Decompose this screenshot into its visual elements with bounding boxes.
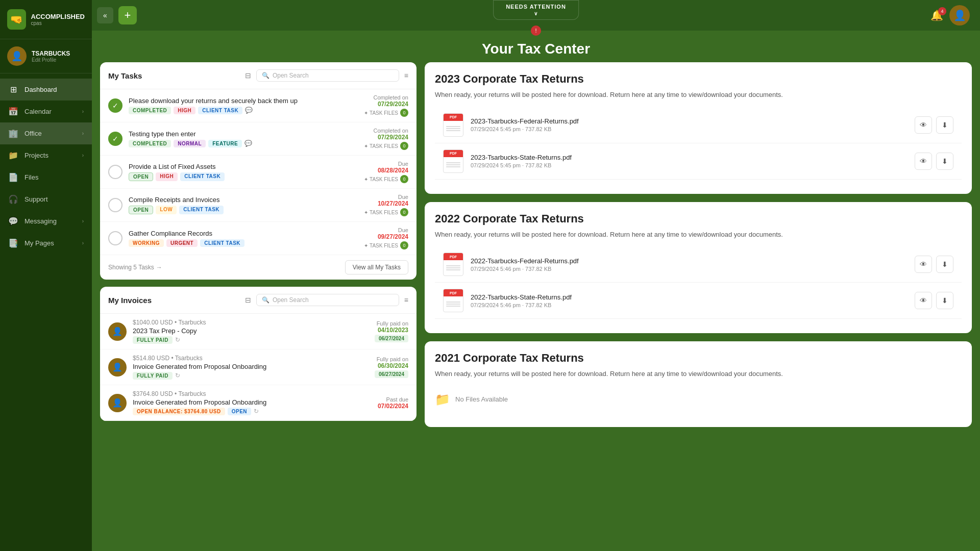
notifications-button[interactable]: 🔔 4	[930, 9, 943, 21]
task-date-label: Due	[364, 161, 408, 167]
task-name: Gather Compliance Records	[129, 230, 358, 237]
task-date: 07/29/2024	[364, 134, 408, 141]
task-files-badge: ✦ TASK FILES 0	[364, 109, 408, 117]
task-meta: Completed on 07/29/2024 ✦ TASK FILES 0	[364, 128, 408, 150]
task-checkbox[interactable]	[108, 165, 122, 179]
invoice-info: $514.80 USD • Tsarbucks Invoice Generate…	[133, 355, 369, 380]
needs-attention-banner[interactable]: NEEDS ATTENTION ∨	[493, 0, 579, 20]
filter-icon[interactable]: ⊟	[245, 296, 251, 304]
tag-client-task: CLIENT TASK	[180, 172, 225, 181]
sidebar-item-office[interactable]: 🏢 Office ›	[0, 122, 92, 144]
task-tags: OPEN LOW CLIENT TASK	[129, 206, 358, 214]
files-count: 0	[400, 109, 408, 117]
filter-icon[interactable]: ⊟	[245, 71, 251, 80]
refresh-icon[interactable]: ↻	[175, 372, 180, 380]
comment-icon[interactable]: 💬	[245, 107, 253, 114]
download-file-button[interactable]: ⬇	[936, 116, 953, 134]
invoice-date: 04/10/2023	[375, 327, 408, 334]
file-meta: 07/29/2024 5:46 pm · 737.82 KB	[471, 266, 908, 272]
preview-file-button[interactable]: 👁	[915, 153, 932, 170]
chevron-right-icon: ›	[82, 218, 84, 224]
invoice-amount: $1040.00 USD • Tsarbucks	[133, 319, 369, 326]
task-checkbox[interactable]: ✓	[108, 98, 122, 113]
list-item: 👤 $514.80 USD • Tsarbucks Invoice Genera…	[100, 349, 416, 385]
download-file-button[interactable]: ⬇	[936, 256, 953, 273]
invoice-tags: OPEN BALANCE: $3764.80 USD OPEN ↻	[133, 408, 372, 415]
invoice-date: 07/02/2024	[378, 403, 408, 410]
tag-completed: COMPLETED	[129, 107, 171, 114]
edit-profile-link[interactable]: Edit Profile	[32, 57, 70, 63]
task-checkbox[interactable]	[108, 231, 122, 245]
tasks-header: My Tasks ⊟ 🔍 Open Search ≡	[100, 62, 416, 89]
no-files-indicator: 📁 No Files Available	[435, 386, 962, 413]
tax-section-description: When ready, your returns will be posted …	[435, 90, 962, 100]
tasks-search-box[interactable]: 🔍 Open Search	[256, 69, 399, 82]
invoice-tags: FULLY PAID ↻	[133, 336, 369, 344]
task-meta: Due 10/27/2024 ✦ TASK FILES 0	[364, 194, 408, 216]
invoice-date-badge: 06/27/2024	[375, 335, 408, 342]
download-file-button[interactable]: ⬇	[936, 153, 953, 170]
preview-file-button[interactable]: 👁	[915, 292, 932, 309]
task-info: Gather Compliance Records WORKING URGENT…	[129, 230, 358, 247]
sidebar-item-dashboard[interactable]: ⊞ Dashboard	[0, 79, 92, 101]
task-checkbox[interactable]: ✓	[108, 132, 122, 146]
invoice-avatar: 👤	[108, 322, 127, 341]
sidebar-item-label: Messaging	[24, 217, 57, 225]
sidebar-item-mypages[interactable]: 📑 My Pages ›	[0, 232, 92, 254]
task-files-label: ✦ TASK FILES	[364, 243, 398, 248]
content-body: My Tasks ⊟ 🔍 Open Search ≡ ✓ Please down…	[92, 62, 980, 551]
preview-file-button[interactable]: 👁	[915, 116, 932, 134]
office-icon: 🏢	[8, 129, 18, 138]
needs-attention-indicator: !	[531, 26, 541, 36]
task-date: 07/29/2024	[364, 101, 408, 108]
sidebar: 🤜 ACCOMPLISHED cpas 👤 TSARBUCKS Edit Pro…	[0, 0, 92, 551]
user-profile-area[interactable]: 👤 TSARBUCKS Edit Profile	[0, 39, 92, 73]
sidebar-item-calendar[interactable]: 📅 Calendar ›	[0, 101, 92, 122]
showing-tasks-text: Showing 5 Tasks →	[108, 264, 162, 271]
task-name: Provide a List of Fixed Assets	[129, 163, 358, 170]
task-files-label: ✦ TASK FILES	[364, 110, 398, 116]
pdf-icon: PDF	[443, 253, 463, 276]
user-avatar-button[interactable]: 👤	[949, 5, 970, 26]
add-button[interactable]: +	[118, 6, 137, 24]
invoice-meta: Fully paid on 06/30/2024 06/27/2024	[375, 356, 408, 378]
sidebar-item-label: Calendar	[24, 108, 52, 115]
tax-section-title: 2021 Corporate Tax Returns	[435, 352, 962, 365]
invoices-search-box[interactable]: 🔍 Open Search	[256, 294, 399, 306]
sidebar-item-support[interactable]: 🎧 Support	[0, 188, 92, 210]
task-checkbox[interactable]	[108, 198, 122, 212]
notification-count: 4	[938, 7, 946, 15]
invoice-date-badge: 06/27/2024	[375, 370, 408, 378]
file-actions: 👁 ⬇	[915, 116, 953, 134]
file-info: 2022-Tsarbucks-Federal-Returns.pdf 07/29…	[471, 257, 908, 272]
task-meta: Completed on 07/29/2024 ✦ TASK FILES 0	[364, 94, 408, 117]
pdf-icon: PDF	[443, 289, 463, 312]
invoice-info: $3764.80 USD • Tsarbucks Invoice Generat…	[133, 390, 372, 415]
sidebar-item-projects[interactable]: 📁 Projects ›	[0, 144, 92, 166]
sidebar-item-messaging[interactable]: 💬 Messaging ›	[0, 210, 92, 232]
download-file-button[interactable]: ⬇	[936, 292, 953, 309]
tag-fully-paid: FULLY PAID	[133, 372, 173, 380]
view-all-tasks-button[interactable]: View all My Tasks	[345, 260, 408, 274]
invoice-date-label: Past due	[378, 396, 408, 403]
tag-client-task: CLIENT TASK	[200, 239, 244, 247]
refresh-icon[interactable]: ↻	[175, 336, 180, 344]
invoices-header: My Invoices ⊟ 🔍 Open Search ≡	[100, 287, 416, 314]
tag-urgent: URGENT	[166, 239, 198, 247]
tax-section-description: When ready, your returns will be posted …	[435, 230, 962, 240]
task-files-label: ✦ TASK FILES	[364, 143, 398, 149]
sort-icon[interactable]: ≡	[404, 296, 408, 304]
tag-open: OPEN	[228, 408, 251, 415]
search-icon: 🔍	[262, 72, 270, 79]
sort-icon[interactable]: ≡	[404, 71, 408, 80]
sidebar-item-files[interactable]: 📄 Files	[0, 166, 92, 188]
task-date-label: Due	[364, 227, 408, 233]
tasks-title: My Tasks	[108, 71, 240, 80]
collapse-sidebar-button[interactable]: «	[97, 7, 113, 23]
task-date: 10/27/2024	[364, 200, 408, 207]
user-name: TSARBUCKS	[32, 50, 70, 57]
comment-icon[interactable]: 💬	[244, 140, 252, 147]
preview-file-button[interactable]: 👁	[915, 256, 932, 273]
refresh-icon[interactable]: ↻	[254, 408, 259, 415]
invoice-name: 2023 Tax Prep - Copy	[133, 327, 369, 335]
